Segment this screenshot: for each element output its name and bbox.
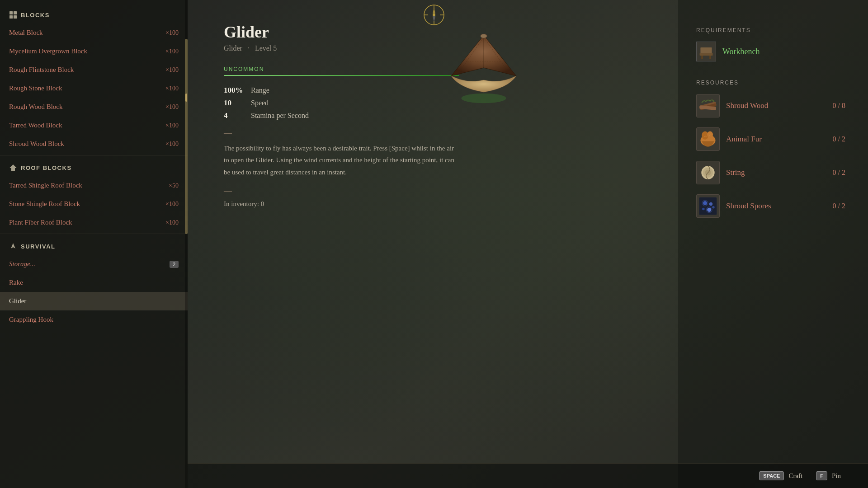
resource-string: String 0 / 2: [696, 161, 845, 184]
shroud-spores-name: Shroud Spores: [726, 202, 826, 211]
blocks-icon: [9, 11, 17, 19]
svg-point-27: [707, 131, 713, 138]
roof-blocks-section-header: ROOF BLOCKS: [0, 157, 188, 176]
workbench-label: Workbench: [722, 47, 760, 56]
svg-rect-9: [14, 11, 17, 14]
main-content: Glider Glider · Level 5 UNCOMMON 100% Ra…: [188, 0, 868, 488]
rarity-line: [224, 75, 459, 76]
svg-rect-31: [699, 197, 717, 215]
sidebar-item-rough-flintstone-block[interactable]: Rough Flintstone Block ×100: [0, 61, 188, 79]
sidebar-item-rough-wood-block[interactable]: Rough Wood Block ×100: [0, 98, 188, 116]
sidebar: BLOCKS Metal Block ×100 Mycelium Overgro…: [0, 0, 188, 488]
svg-rect-19: [700, 47, 712, 53]
workbench-icon: [696, 42, 716, 61]
space-key[interactable]: SPACE: [759, 471, 784, 480]
f-key[interactable]: F: [816, 471, 827, 480]
shroud-spores-count: 0 / 2: [833, 202, 845, 210]
animal-fur-icon: [696, 127, 720, 151]
svg-rect-13: [11, 168, 15, 171]
resource-animal-fur: Animal Fur 0 / 2: [696, 127, 845, 151]
sidebar-item-plant-fiber-roof[interactable]: Plant Fiber Roof Block ×100: [0, 213, 188, 232]
svg-point-16: [481, 34, 487, 38]
survival-section-header: SURVIVAL: [0, 236, 188, 255]
sidebar-item-tarred-shingle-roof[interactable]: Tarred Shingle Roof Block ×50: [0, 176, 188, 195]
sidebar-item-stone-shingle-roof[interactable]: Stone Shingle Roof Block ×100: [0, 195, 188, 213]
svg-point-17: [462, 94, 506, 103]
sidebar-item-rough-stone-block[interactable]: Rough Stone Block ×100: [0, 79, 188, 98]
requirements-section: REQUIREMENTS Workbench: [696, 27, 845, 61]
inventory-line: In inventory: 0: [224, 200, 651, 208]
item-description: The possibility to fly has always been a…: [224, 142, 459, 178]
requirements-title: REQUIREMENTS: [696, 27, 845, 33]
svg-point-32: [703, 201, 707, 205]
sidebar-scroll: BLOCKS Metal Block ×100 Mycelium Overgro…: [0, 0, 188, 333]
svg-rect-21: [709, 56, 711, 59]
svg-rect-11: [14, 15, 17, 19]
keybind-pin: F Pin: [816, 471, 841, 480]
sidebar-item-metal-block[interactable]: Metal Block ×100: [0, 23, 188, 42]
right-panel: REQUIREMENTS Workbench RESOURCES: [678, 0, 868, 488]
svg-point-33: [709, 202, 712, 206]
string-count: 0 / 2: [833, 169, 845, 177]
svg-rect-20: [701, 56, 703, 59]
sidebar-item-tarred-wood-block[interactable]: Tarred Wood Block ×100: [0, 116, 188, 135]
divider-1: [0, 155, 188, 155]
sidebar-item-mycelium-block[interactable]: Mycelium Overgrown Block ×100: [0, 42, 188, 61]
divider-2: [0, 234, 188, 234]
shroud-wood-name: Shroud Wood: [726, 101, 826, 110]
string-image: [698, 162, 718, 183]
roof-blocks-icon: [9, 164, 17, 172]
divider-stats: —: [224, 128, 651, 138]
workbench-image: [698, 43, 714, 60]
item-image-area: [434, 18, 533, 117]
shroud-spores-icon: [696, 194, 720, 218]
string-name: String: [726, 168, 826, 177]
svg-rect-10: [9, 15, 13, 19]
shroud-wood-icon: [696, 94, 720, 117]
resources-section: RESOURCES Shroud Wood 0 / 8: [696, 80, 845, 218]
animal-fur-name: Animal Fur: [726, 135, 826, 144]
svg-point-36: [712, 206, 715, 209]
blocks-section-header: BLOCKS: [0, 5, 188, 23]
sidebar-item-shroud-wood-block[interactable]: Shroud Wood Block ×100: [0, 135, 188, 153]
sidebar-item-grappling-hook[interactable]: Grappling Hook: [0, 310, 188, 329]
shroud-spores-image: [698, 196, 718, 216]
svg-rect-18: [700, 53, 713, 56]
resource-shroud-wood: Shroud Wood 0 / 8: [696, 94, 845, 117]
resource-shroud-spores: Shroud Spores 0 / 2: [696, 194, 845, 218]
shroud-wood-count: 0 / 8: [833, 102, 845, 110]
sidebar-item-rake[interactable]: Rake: [0, 273, 188, 292]
resources-title: RESOURCES: [696, 80, 845, 86]
survival-icon: [9, 242, 17, 250]
animal-fur-count: 0 / 2: [833, 135, 845, 143]
requirement-workbench: Workbench: [696, 42, 845, 61]
scrollbar-pip: [185, 94, 187, 102]
string-icon: [696, 161, 720, 184]
divider-desc: —: [224, 186, 651, 196]
animal-fur-image: [698, 129, 718, 150]
svg-rect-8: [9, 11, 13, 14]
svg-marker-12: [9, 164, 17, 168]
svg-point-34: [702, 208, 705, 211]
svg-point-35: [707, 208, 711, 212]
sidebar-item-glider[interactable]: Glider: [0, 292, 188, 310]
shroud-wood-image: [698, 95, 718, 116]
bottom-bar: SPACE Craft F Pin: [188, 463, 868, 488]
glider-image: [443, 27, 524, 108]
sidebar-item-storage[interactable]: Storage... 2: [0, 255, 188, 273]
keybind-craft: SPACE Craft: [759, 471, 802, 480]
detail-panel: Glider Glider · Level 5 UNCOMMON 100% Ra…: [188, 0, 678, 488]
